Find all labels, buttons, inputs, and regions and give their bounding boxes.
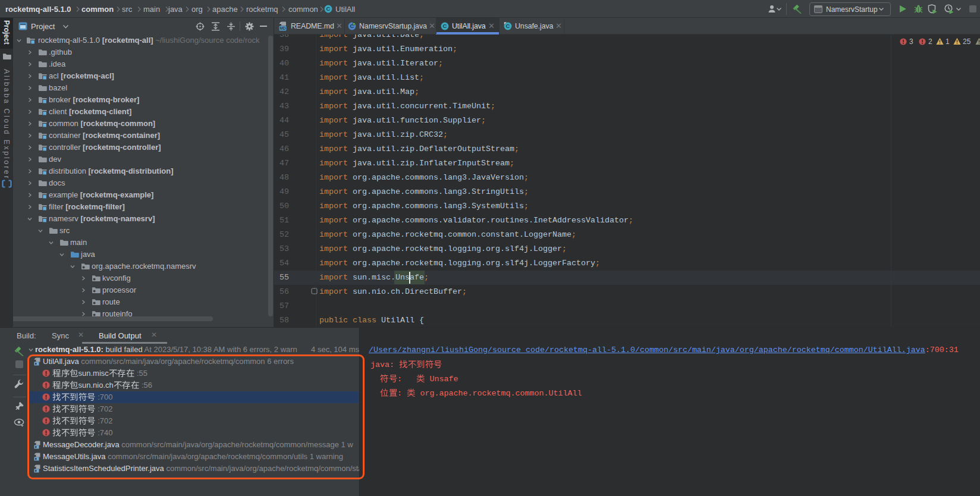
svg-text:C: C [443,23,447,29]
svg-text:C: C [326,5,331,12]
svg-text:C: C [506,23,510,29]
svg-text:MD: MD [279,26,286,30]
